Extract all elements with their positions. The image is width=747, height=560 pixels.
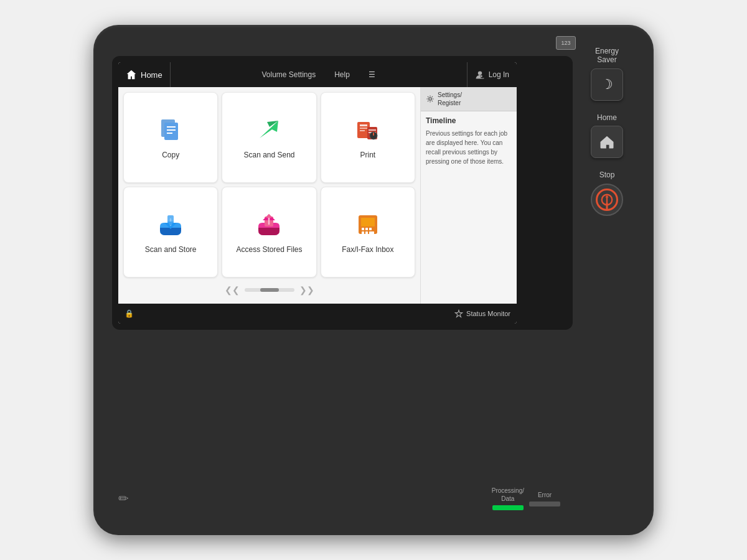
- home-hw-label: Home: [597, 113, 617, 122]
- next-arrow[interactable]: ❯❯: [299, 285, 314, 295]
- top-bar: Home Volume Settings Help ☰: [118, 62, 517, 87]
- bottom-bar: 🔒 Status Monitor: [118, 304, 517, 324]
- home-hw-button[interactable]: [591, 126, 623, 158]
- scan-send-icon: [253, 114, 284, 146]
- status-monitor-btn[interactable]: Status Monitor: [454, 309, 510, 318]
- scan-send-label: Scan and Send: [243, 151, 294, 161]
- timeline-area: Timeline Previous settings for each job …: [421, 111, 517, 304]
- device-body: 123 Home Volume Settings Help ☰: [93, 25, 654, 535]
- device-main: Home Volume Settings Help ☰: [112, 37, 573, 523]
- svg-rect-29: [362, 231, 364, 234]
- svg-rect-14: [369, 129, 376, 131]
- error-led: [529, 502, 560, 506]
- energy-saver-group: Energy Saver ☽: [591, 47, 623, 101]
- status-monitor-label: Status Monitor: [466, 310, 510, 317]
- login-area[interactable]: Log In: [467, 62, 517, 87]
- svg-rect-10: [360, 124, 367, 126]
- settings-register-btn[interactable]: Settings/ Register: [421, 87, 517, 111]
- prev-arrow[interactable]: ❮❮: [225, 285, 240, 295]
- svg-marker-36: [605, 195, 609, 197]
- page-indicator: [245, 288, 294, 292]
- processing-indicator: Processing/ Data: [492, 487, 524, 510]
- moon-icon: ☽: [601, 77, 613, 93]
- stylus-icon: ✏: [118, 491, 129, 506]
- copy-tile[interactable]: Copy: [123, 92, 218, 183]
- access-files-label: Access Stored Files: [236, 245, 302, 255]
- home-hw-icon: [598, 133, 616, 151]
- print-tile[interactable]: Print: [321, 92, 415, 183]
- print-icon: [352, 114, 383, 146]
- home-label: Home: [141, 70, 162, 80]
- energy-saver-label: Energy Saver: [595, 47, 619, 65]
- error-indicator: Error: [529, 491, 560, 506]
- svg-rect-31: [369, 231, 374, 234]
- access-files-tile[interactable]: Access Stored Files: [222, 187, 316, 278]
- scan-store-label: Scan and Store: [145, 245, 197, 255]
- volume-settings-btn[interactable]: Volume Settings: [261, 70, 316, 79]
- tile-grid: Copy Scan and Send: [118, 87, 420, 304]
- processing-led: [492, 505, 524, 510]
- stop-icon: [600, 193, 614, 207]
- stop-circle-icon: [596, 189, 618, 211]
- settings-register-label: Settings/ Register: [438, 91, 462, 107]
- scan-store-icon: [155, 209, 186, 240]
- right-panel: Energy Saver ☽ Home Stop: [573, 37, 641, 523]
- timeline-title: Timeline: [426, 116, 512, 125]
- screen-bezel: Home Volume Settings Help ☰: [112, 56, 573, 330]
- fax-label: Fax/I-Fax Inbox: [342, 245, 393, 255]
- fax-tile[interactable]: Fax/I-Fax Inbox: [321, 187, 415, 278]
- pagination: ❮❮ ❯❯: [123, 281, 415, 299]
- access-files-icon: [253, 209, 284, 240]
- login-label: Log In: [489, 70, 509, 79]
- status-icon: [454, 309, 463, 318]
- svg-rect-28: [369, 228, 372, 230]
- svg-rect-11: [360, 128, 367, 129]
- svg-rect-27: [365, 228, 368, 230]
- stop-label: Stop: [599, 170, 615, 179]
- tile-row-2: Scan and Store: [123, 187, 415, 278]
- device-bottom: ✏ Processing/ Data Error: [112, 487, 573, 510]
- svg-marker-23: [266, 214, 272, 218]
- energy-saver-button[interactable]: ☽: [591, 68, 623, 101]
- lock-icon: 🔒: [125, 309, 134, 318]
- home-nav[interactable]: Home: [118, 62, 171, 87]
- home-hw-group: Home: [591, 113, 623, 158]
- timeline-text: Previous settings for each job are displ…: [426, 129, 512, 166]
- svg-rect-26: [362, 228, 364, 230]
- top-bar-center: Volume Settings Help ☰: [171, 70, 467, 79]
- scan-send-tile[interactable]: Scan and Send: [222, 92, 316, 183]
- error-label: Error: [538, 491, 552, 499]
- stop-group: Stop: [591, 170, 623, 215]
- svg-rect-3: [164, 123, 178, 140]
- scan-store-tile[interactable]: Scan and Store: [123, 187, 218, 278]
- sidebar-panel: Settings/ Register Timeline Previous set…: [420, 87, 517, 304]
- svg-marker-33: [455, 310, 462, 317]
- processing-label: Processing/ Data: [492, 487, 524, 503]
- copy-label: Copy: [162, 151, 179, 161]
- copy-icon: [155, 114, 186, 146]
- svg-point-32: [429, 98, 431, 100]
- login-icon: [475, 70, 485, 80]
- svg-rect-30: [365, 231, 368, 234]
- screen-body: Copy Scan and Send: [118, 87, 517, 304]
- screen: Home Volume Settings Help ☰: [118, 62, 517, 324]
- tile-row-1: Copy Scan and Send: [123, 92, 415, 183]
- svg-rect-25: [361, 218, 375, 226]
- help-btn[interactable]: Help: [334, 70, 350, 79]
- led-indicators: Processing/ Data Error: [492, 487, 560, 510]
- stop-button[interactable]: [591, 184, 623, 216]
- home-icon: [126, 69, 137, 80]
- settings-icon: [426, 95, 435, 103]
- print-label: Print: [360, 151, 375, 161]
- svg-rect-12: [360, 130, 365, 131]
- fax-icon: [352, 209, 383, 240]
- svg-rect-17: [373, 133, 374, 136]
- hamburger-menu[interactable]: ☰: [369, 70, 375, 79]
